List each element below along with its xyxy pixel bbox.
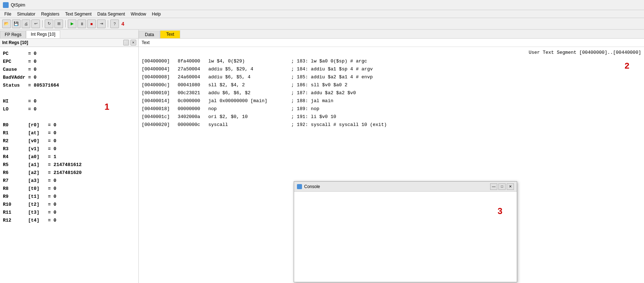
register-panel-header: Int Regs [10] ⬜ ✕ [0,39,138,47]
pause-button[interactable]: ⏸ [77,19,86,28]
register-row: Cause= 0 [3,66,136,74]
stop-button[interactable]: ■ [87,19,96,28]
register-row: EPC= 0 [3,58,136,66]
data-tab[interactable]: Data [139,31,160,38]
register-panel-title: Int Regs [10] [2,40,28,45]
console-app-icon [297,184,302,189]
toolbar-sep-2 [65,20,66,27]
register-row: R4[a0]= 1 [3,153,136,161]
annotation-3: 3 [498,206,502,216]
asm-row: [00400018] 00000000 nop; 189: nop [142,105,641,113]
run-button[interactable]: ▶ [68,19,76,28]
console-minimize-button[interactable]: — [490,183,497,190]
left-panel: FP Regs Int Regs [10] Int Regs [10] ⬜ ✕ … [0,30,139,283]
grid-button[interactable]: ⊞ [54,19,63,28]
register-row: Status= 805371664 [3,82,136,90]
app-icon [3,2,9,8]
register-row: PC= 0 [3,50,136,58]
toolbar-sep-1 [42,20,43,27]
step-button[interactable]: ⇥ [97,19,106,28]
console-title-bar: Console — □ ✕ [294,182,517,192]
asm-row: [00400000] 8fa40000 lw $4, 0($29); 183: … [142,57,641,65]
save-button[interactable]: 💾 [12,19,21,28]
toolbar-sep-3 [108,20,108,27]
segment-header: User Text Segment [00400000]..[00440000] [142,50,641,55]
register-row: LO= 0 [3,105,136,113]
annotation-2: 2 [625,61,630,71]
app-title: QtSpim [11,3,25,8]
right-panel: Data Text Text User Text Segment [004000… [139,30,644,283]
menu-bar: File Simulator Registers Text Segment Da… [0,10,644,18]
register-row: R12[t4]= 0 [3,217,136,225]
asm-row: [0040001c] 3402000a ori $2, $0, 10; 191:… [142,113,641,121]
annotation-1: 1 [105,102,109,112]
asm-row: [00400014] 0c000000 jal 0x00000000 [main… [142,97,641,105]
undo-button[interactable]: ↩ [31,19,40,28]
menu-simulator[interactable]: Simulator [14,11,38,17]
menu-help[interactable]: Help [149,11,164,17]
menu-text-segment[interactable]: Text Segment [62,11,94,17]
register-row: R3[v1]= 0 [3,145,136,153]
title-bar: QtSpim [0,0,644,10]
panel-header-icons: ⬜ ✕ [123,40,136,45]
toolbar: 📂 💾 🖨 ↩ ↻ ⊞ ▶ ⏸ ■ ⇥ ? 4 [0,18,644,30]
main-layout: FP Regs Int Regs [10] Int Regs [10] ⬜ ✕ … [0,30,644,283]
console-maximize-button[interactable]: □ [498,183,506,190]
register-row: BadVAddr= 0 [3,74,136,82]
menu-data-segment[interactable]: Data Segment [94,11,128,17]
floppy-button[interactable]: 🖨 [22,19,30,28]
register-tabs: FP Regs Int Regs [10] [0,30,138,39]
asm-row: [0040000c] 00041080 sll $2, $4, 2; 186: … [142,81,641,89]
register-row: R5[a1]= 2147481612 [3,161,136,169]
content-tabs: Data Text [139,30,644,39]
register-row: HI= 0 [3,97,136,105]
register-row: R0[r0]= 0 [3,121,136,129]
register-row [3,90,136,97]
console-window: Console — □ ✕ 3 [294,181,517,282]
console-body: 3 [294,192,517,282]
register-row: R9[t1]= 0 [3,193,136,201]
register-row: R6[a2]= 2147481620 [3,169,136,177]
open-folder-button[interactable]: 📂 [2,19,11,28]
register-row [3,113,136,121]
register-row: R1[at]= 0 [3,129,136,137]
asm-row: [00400004] 27a50004 addiu $5, $29, 4; 18… [142,65,641,73]
asm-row: [00400010] 00c23021 addu $6, $6, $2; 187… [142,89,641,97]
menu-file[interactable]: File [1,11,14,17]
console-title-label: Console [304,184,489,189]
text-area-header: Text [139,39,644,47]
panel-restore-icon[interactable]: ⬜ [123,40,129,45]
menu-window[interactable]: Window [128,11,149,17]
reload-button[interactable]: ↻ [45,19,53,28]
register-row: R11[t3]= 0 [3,209,136,217]
fp-regs-tab[interactable]: FP Regs [0,31,26,38]
register-row: R8[t0]= 0 [3,185,136,193]
register-content: PC= 0EPC= 0Cause= 0BadVAddr= 0Status= 80… [0,47,138,283]
console-close-button[interactable]: ✕ [507,183,514,190]
asm-row: [00400008] 24a60004 addiu $6, $5, 4; 185… [142,73,641,81]
toolbar-annotation: 4 [121,21,124,27]
register-row: R7[a3]= 0 [3,177,136,185]
register-row: R2[v0]= 0 [3,137,136,145]
int-regs-tab[interactable]: Int Regs [10] [26,30,60,38]
panel-close-icon[interactable]: ✕ [130,40,136,45]
help-button[interactable]: ? [110,19,119,28]
text-tab[interactable]: Text [160,30,180,38]
menu-registers[interactable]: Registers [38,11,62,17]
asm-row: [00400020] 0000000c syscall; 192: syscal… [142,121,641,129]
register-row: R10[t2]= 0 [3,201,136,209]
